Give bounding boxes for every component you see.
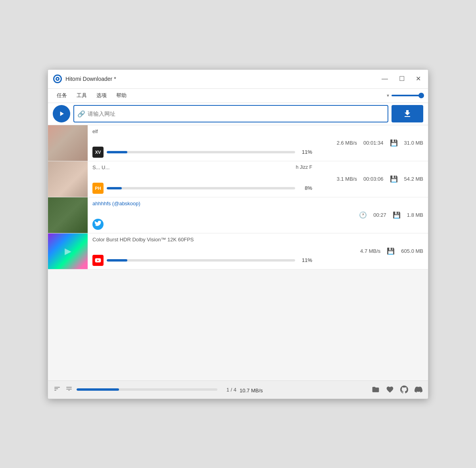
- url-input[interactable]: [88, 111, 384, 117]
- item-stats: 4.7 MB/s 💾 605.0 MB: [317, 233, 428, 269]
- github-button[interactable]: [399, 385, 409, 396]
- folder-button[interactable]: [371, 385, 380, 396]
- item-title: ahhhhfs (@abskoop): [92, 201, 312, 206]
- status-bar-top: 1 / 4: [53, 384, 236, 395]
- download-item: elf XV 11% 2.6 MB/s 00:01:34 💾 31.0 MB: [48, 125, 428, 161]
- total-speed: 10.7 MB/s: [240, 388, 371, 394]
- stat-eta: 00:03:06: [363, 176, 384, 182]
- item-progress-row: XV 11%: [92, 147, 312, 158]
- progress-percent: 11%: [298, 257, 312, 263]
- item-body: Color Burst HDR Dolby Vision™ 12K 60FPS …: [88, 233, 317, 269]
- svg-point-3: [57, 78, 58, 80]
- stat-eta: 00:27: [373, 212, 386, 218]
- app-logo: [53, 74, 62, 84]
- item-body: S... U... h Jizz F PH 8%: [88, 161, 317, 197]
- download-item: S... U... h Jizz F PH 8% 3.1 MB/s 00:03:…: [48, 161, 428, 197]
- filter-button[interactable]: [65, 384, 73, 395]
- link-icon: 🔗: [77, 110, 85, 118]
- app-title: Hitomi Downloader *: [65, 76, 379, 82]
- volume-control: ▾: [387, 93, 423, 98]
- source-label: XV: [95, 150, 101, 155]
- item-title: S... U... h Jizz F: [92, 164, 312, 170]
- volume-knob: [418, 93, 424, 98]
- menu-help[interactable]: 帮助: [112, 90, 131, 101]
- overall-progress-fill: [77, 388, 119, 391]
- status-bar-bottom: 10.7 MB/s: [240, 385, 423, 396]
- clock-icon: 🕐: [359, 211, 367, 219]
- progress-bar: [107, 259, 295, 262]
- item-thumbnail: ▶: [48, 233, 88, 269]
- item-title-text: elf: [92, 128, 98, 134]
- sort-button[interactable]: [53, 384, 61, 395]
- progress-percent: 8%: [298, 185, 312, 191]
- maximize-button[interactable]: ☐: [397, 75, 407, 83]
- item-body: ahhhhfs (@abskoop): [88, 197, 317, 233]
- status-actions: [371, 385, 423, 396]
- download-item: ▶ Color Burst HDR Dolby Vision™ 12K 60FP…: [48, 233, 428, 269]
- play-pause-button[interactable]: [53, 105, 70, 122]
- source-badge-yt: [92, 255, 104, 266]
- item-title-text: S... U... h Jizz F: [92, 164, 109, 170]
- save-icon: 💾: [387, 247, 395, 255]
- save-icon: 💾: [390, 139, 398, 147]
- thumbnail-image: [48, 125, 88, 161]
- item-title-text: ahhhhfs (@abskoop): [92, 201, 140, 206]
- close-button[interactable]: ✕: [413, 75, 423, 83]
- stat-speed: 3.1 MB/s: [337, 176, 357, 182]
- url-input-wrap: 🔗: [73, 105, 388, 122]
- source-label: PH: [95, 186, 101, 191]
- volume-fill: [392, 95, 420, 96]
- item-title: elf: [92, 128, 312, 134]
- menu-options[interactable]: 选项: [92, 90, 111, 101]
- discord-button[interactable]: [414, 385, 423, 396]
- item-stats: 🕐 00:27 💾 1.8 MB: [317, 197, 428, 233]
- stat-size: 54.2 MB: [404, 176, 423, 182]
- stat-size: 1.8 MB: [407, 212, 423, 218]
- stat-speed: 2.6 MB/s: [337, 140, 357, 146]
- stat-size: 31.0 MB: [404, 140, 423, 146]
- progress-fill: [107, 187, 122, 189]
- empty-area: [48, 269, 428, 380]
- stat-eta: 00:01:34: [363, 140, 384, 146]
- stat-size: 605.0 MB: [401, 248, 423, 254]
- download-button[interactable]: [392, 105, 423, 122]
- item-body: elf XV 11%: [88, 125, 317, 161]
- thumbnail-image: ▶: [48, 233, 88, 269]
- heart-button[interactable]: [385, 385, 395, 396]
- download-list: elf XV 11% 2.6 MB/s 00:01:34 💾 31.0 MB: [48, 125, 428, 269]
- item-progress-row: PH 8%: [92, 183, 312, 194]
- menu-task[interactable]: 任务: [53, 90, 71, 101]
- window-controls: — ☐ ✕: [379, 75, 423, 83]
- volume-dropdown-arrow[interactable]: ▾: [387, 93, 389, 98]
- item-title: Color Burst HDR Dolby Vision™ 12K 60FPS: [92, 237, 312, 243]
- menu-bar: 任务 工具 选项 帮助 ▾: [48, 89, 428, 103]
- source-badge-xv: XV: [92, 147, 104, 158]
- stat-speed: 4.7 MB/s: [360, 248, 380, 254]
- item-progress-row: [92, 219, 312, 230]
- url-bar: 🔗: [48, 103, 428, 125]
- status-bar: 1 / 4 10.7 MB/s: [48, 380, 428, 399]
- minimize-button[interactable]: —: [379, 75, 390, 83]
- source-badge-twitter: [92, 219, 104, 230]
- menu-tools[interactable]: 工具: [73, 90, 91, 101]
- save-icon: 💾: [393, 211, 401, 219]
- item-title-suffix: h Jizz F: [296, 164, 312, 170]
- item-stats: 3.1 MB/s 00:03:06 💾 54.2 MB: [317, 161, 428, 197]
- progress-fill: [107, 259, 127, 262]
- item-thumbnail: [48, 125, 88, 161]
- main-window: Hitomi Downloader * — ☐ ✕ 任务 工具 选项 帮助 ▾ …: [48, 69, 428, 399]
- download-item: ahhhhfs (@abskoop) 🕐 00:27 💾 1.8 MB: [48, 197, 428, 233]
- item-progress-row: 11%: [92, 255, 312, 266]
- item-thumbnail: [48, 161, 88, 197]
- title-bar: Hitomi Downloader * — ☐ ✕: [48, 70, 428, 89]
- overall-progress-bar: [77, 388, 217, 391]
- item-title-text: Color Burst HDR Dolby Vision™ 12K 60FPS: [92, 237, 194, 243]
- progress-bar: [107, 151, 295, 153]
- volume-slider[interactable]: [392, 95, 423, 96]
- item-stats: 2.6 MB/s 00:01:34 💾 31.0 MB: [317, 125, 428, 161]
- page-indicator: 1 / 4: [221, 387, 236, 393]
- progress-fill: [107, 151, 127, 153]
- progress-bar: [107, 187, 295, 189]
- item-thumbnail: [48, 197, 88, 233]
- progress-percent: 11%: [298, 149, 312, 155]
